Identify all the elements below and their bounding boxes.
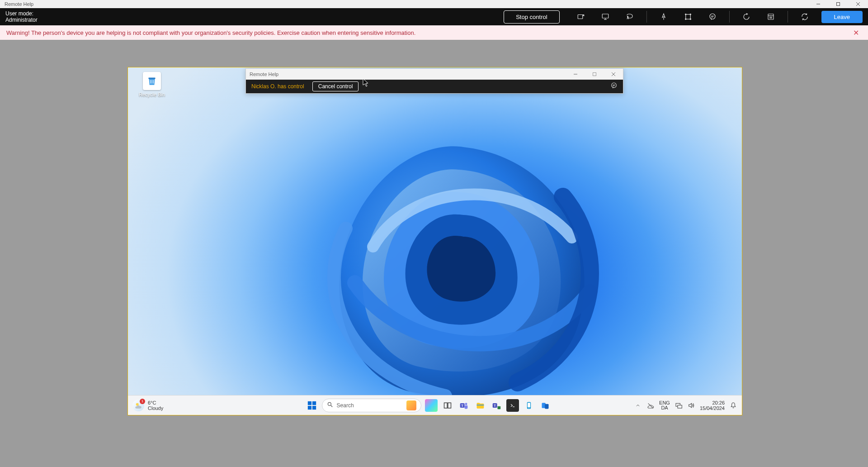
maximize-button[interactable] (828, 0, 848, 8)
refresh-icon[interactable] (793, 10, 817, 24)
svg-rect-51 (545, 404, 548, 409)
fit-screen-icon[interactable] (676, 10, 700, 24)
recycle-bin-icon (143, 72, 161, 90)
svg-rect-5 (602, 14, 609, 18)
taskbar-app-company-portal[interactable] (523, 399, 535, 412)
inner-control-bar: Nicklas O. has control Cancel control (246, 80, 623, 93)
warning-close-button[interactable]: ✕ (850, 29, 862, 37)
svg-point-49 (528, 408, 529, 409)
svg-line-36 (330, 405, 332, 407)
taskbar-center: Search T T (223, 399, 634, 412)
weather-badge: 1 (140, 399, 145, 404)
app-titlebar: Remote Help (0, 0, 868, 8)
svg-point-27 (612, 83, 617, 88)
remote-screen[interactable]: Recycle Bin Remote Help Nicklas O. has c… (127, 67, 742, 415)
svg-rect-10 (685, 14, 690, 19)
inner-maximize-button[interactable] (585, 69, 604, 80)
svg-rect-54 (678, 405, 682, 408)
inner-titlebar[interactable]: Remote Help (246, 69, 623, 80)
recycle-bin[interactable]: Recycle Bin (136, 72, 168, 97)
clock-time: 20:26 (700, 400, 725, 405)
svg-point-41 (465, 403, 467, 405)
chat-icon[interactable] (700, 10, 725, 24)
stop-control-button[interactable]: Stop control (504, 10, 559, 24)
svg-rect-38 (448, 403, 451, 408)
svg-point-8 (627, 16, 628, 17)
search-placeholder: Search (337, 402, 354, 409)
clock-date: 15/04/2024 (700, 405, 725, 411)
compliance-warning-text: Warning! The person's device you are hel… (6, 29, 415, 36)
taskbar-app-copilot[interactable] (425, 399, 438, 412)
svg-rect-33 (307, 405, 311, 409)
weather-temp: 6°C (148, 400, 163, 405)
control-status-text: Nicklas O. has control (251, 83, 304, 90)
laser-pointer-icon[interactable] (651, 10, 676, 24)
svg-point-30 (136, 403, 139, 405)
svg-point-15 (710, 14, 715, 19)
compliance-warning-bar: Warning! The person's device you are hel… (0, 25, 868, 40)
search-icon (327, 401, 333, 409)
task-manager-icon[interactable] (759, 10, 783, 24)
svg-rect-45 (497, 406, 500, 409)
svg-point-35 (328, 402, 331, 405)
monitor-icon[interactable] (593, 10, 618, 24)
recycle-bin-label: Recycle Bin (136, 92, 168, 97)
inner-close-button[interactable] (604, 69, 623, 80)
taskbar-app-explorer[interactable] (474, 399, 486, 412)
close-button[interactable] (848, 0, 868, 8)
svg-point-14 (690, 19, 691, 19)
taskbar-app-remote-help[interactable] (539, 399, 552, 412)
clock[interactable]: 20:26 15/04/2024 (700, 400, 725, 411)
svg-rect-18 (768, 14, 774, 19)
taskbar-app-taskview[interactable] (441, 399, 454, 412)
language-top: ENG (659, 400, 670, 405)
inner-window-title: Remote Help (250, 71, 278, 77)
user-mode-label: User mode: (5, 10, 38, 17)
leave-button[interactable]: Leave (821, 11, 863, 23)
taskbar-app-terminal[interactable] (506, 399, 519, 412)
user-mode-value: Administrator (5, 17, 38, 23)
svg-rect-48 (528, 403, 530, 407)
svg-rect-32 (312, 401, 316, 405)
cancel-control-button[interactable]: Cancel control (312, 81, 359, 91)
restart-icon[interactable] (734, 10, 759, 24)
svg-rect-34 (312, 405, 316, 409)
bloom-graphic (128, 67, 742, 415)
svg-rect-24 (593, 73, 596, 76)
elevate-icon[interactable] (569, 10, 593, 24)
minimize-button[interactable] (808, 0, 828, 8)
app-title: Remote Help (0, 1, 33, 7)
tray-volume-icon[interactable] (687, 401, 695, 410)
weather-widget[interactable]: 1 6°C Cloudy (132, 400, 223, 411)
lasso-select-icon[interactable] (618, 10, 642, 24)
svg-point-12 (690, 14, 691, 15)
language-bottom: DA (659, 405, 670, 410)
tray-network-icon[interactable] (675, 401, 683, 410)
inner-minimize-button[interactable] (566, 69, 585, 80)
svg-point-13 (685, 19, 686, 19)
tray-notifications-icon[interactable] (729, 401, 737, 410)
svg-rect-22 (148, 77, 155, 79)
start-button[interactable] (306, 399, 318, 412)
weather-desc: Cloudy (148, 405, 163, 411)
remote-canvas: Recycle Bin Remote Help Nicklas O. has c… (0, 40, 868, 467)
svg-text:T: T (461, 403, 463, 407)
taskbar-app-teams-new[interactable]: T (490, 399, 503, 412)
tray-onedrive-icon[interactable] (646, 401, 655, 410)
svg-rect-31 (307, 401, 311, 405)
svg-text:T: T (494, 403, 496, 407)
taskbar-search[interactable]: Search (322, 399, 421, 412)
svg-rect-37 (444, 403, 447, 408)
weather-icon: 1 (132, 400, 144, 411)
inner-remote-help-window[interactable]: Remote Help Nicklas O. has control Cance… (245, 68, 623, 94)
inner-chat-icon[interactable] (610, 82, 618, 91)
taskbar-app-teams[interactable]: T (458, 399, 470, 412)
system-tray[interactable]: ENG DA 20:26 15/04/2024 (634, 400, 737, 411)
remote-taskbar[interactable]: 1 6°C Cloudy Search T (128, 395, 742, 415)
svg-point-11 (685, 14, 686, 15)
tray-chevron-up-icon[interactable] (634, 401, 642, 410)
main-toolbar: User mode: Administrator Stop control Le… (0, 8, 868, 25)
user-mode-block: User mode: Administrator (5, 10, 38, 23)
language-indicator[interactable]: ENG DA (659, 400, 670, 410)
svg-rect-4 (578, 15, 583, 19)
